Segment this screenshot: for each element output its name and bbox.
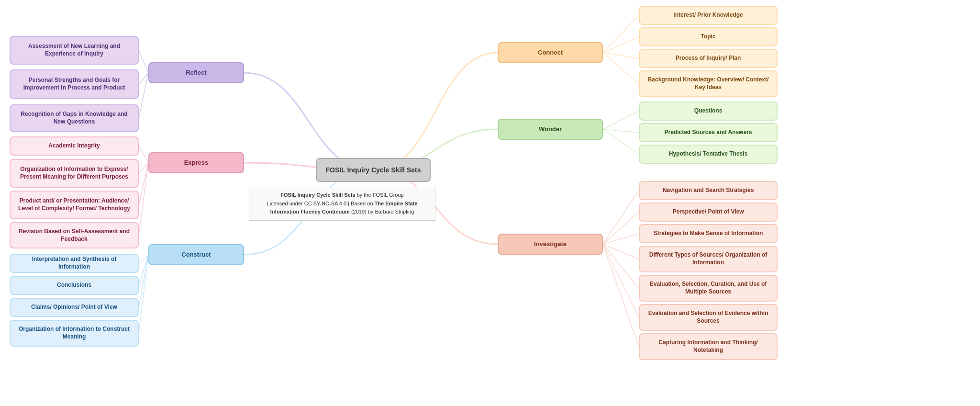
construct-child-3: Claims/ Opinions/ Point of View [10,298,139,317]
wonder-child-1: Questions [639,102,778,121]
wonder-node: Wonder [498,119,603,140]
svg-line-9 [139,255,148,307]
svg-line-4 [139,163,148,173]
wonder-label: Wonder [539,125,562,134]
svg-line-3 [139,146,148,163]
construct-child-2: Conclusions [10,276,139,295]
investigate-child-1: Navigation and Search Strategies [639,181,778,200]
svg-line-6 [139,163,148,235]
svg-line-0 [139,50,148,73]
wonder-child-2: Predicted Sources and Answers [639,123,778,142]
express-label: Express [184,159,209,167]
center-node: FOSIL Inquiry Cycle Skill Sets [316,158,431,182]
investigate-child-3: Strategies to Make Sense of Information [639,224,778,243]
express-child-3: Product and/ or Presentation: Audience/ … [10,191,139,219]
investigate-child-2: Perspective/ Point of View [639,203,778,222]
express-child-1: Academic Integrity [10,136,139,156]
svg-line-10 [139,255,148,333]
svg-line-15 [603,111,639,129]
svg-line-24 [603,244,639,347]
svg-line-13 [603,53,639,58]
svg-line-7 [139,255,148,263]
investigate-label: Investigate [534,240,567,248]
express-node: Express [148,152,244,173]
svg-line-19 [603,212,639,244]
svg-line-17 [603,129,639,154]
license-line2: Licensed under CC BY-NC-SA 4.0 | Based o… [257,200,427,216]
reflect-label: Reflect [186,69,206,77]
investigate-child-6: Evaluation and Selection of Evidence wit… [639,304,778,331]
svg-line-5 [139,163,148,205]
connect-child-3: Process of Inquiry/ Plan [639,49,778,68]
reflect-child-2: Personal Strengths and Goals for Improve… [10,69,139,99]
svg-line-11 [603,15,639,53]
connect-node: Connect [498,42,603,63]
construct-child-1: Interpretation and Synthesis of Informat… [10,254,139,273]
investigate-child-7: Capturing Information and Thinking/ Note… [639,333,778,360]
connect-label: Connect [538,49,563,57]
investigate-child-4: Different Types of Sources/ Organization… [639,246,778,272]
svg-line-22 [603,244,639,288]
connect-child-2: Topic [639,27,778,46]
construct-child-4: Organization of Information to Construct… [10,320,139,347]
svg-line-18 [603,191,639,244]
svg-line-12 [603,37,639,53]
svg-line-23 [603,244,639,317]
svg-line-2 [139,73,148,118]
express-child-2: Organization of Information to Express/ … [10,159,139,188]
license-box: FOSIL Inquiry Cycle Skill Sets by the FO… [249,187,435,221]
connect-child-4: Background Knowledge: Overview/ Context/… [639,70,778,97]
investigate-node: Investigate [498,234,603,255]
svg-line-1 [139,73,148,84]
reflect-child-1: Assessment of New Learning and Experienc… [10,36,139,65]
reflect-child-3: Recognition of Gaps in Knowledge and New… [10,104,139,132]
reflect-node: Reflect [148,62,244,83]
svg-line-21 [603,244,639,259]
svg-line-20 [603,234,639,244]
construct-node: Construct [148,244,244,265]
wonder-child-3: Hypothesis/ Tentative Thesis [639,145,778,164]
construct-label: Construct [181,251,211,259]
express-child-4: Revision Based on Self-Assessment and Fe… [10,222,139,248]
svg-line-8 [139,255,148,285]
center-label: FOSIL Inquiry Cycle Skill Sets [326,166,421,174]
license-line1: FOSIL Inquiry Cycle Skill Sets by the FO… [257,191,427,200]
investigate-child-5: Evaluation, Selection, Curation, and Use… [639,275,778,302]
connect-child-1: Interest/ Prior Knowledge [639,6,778,25]
svg-line-14 [603,53,639,84]
svg-line-16 [603,129,639,133]
